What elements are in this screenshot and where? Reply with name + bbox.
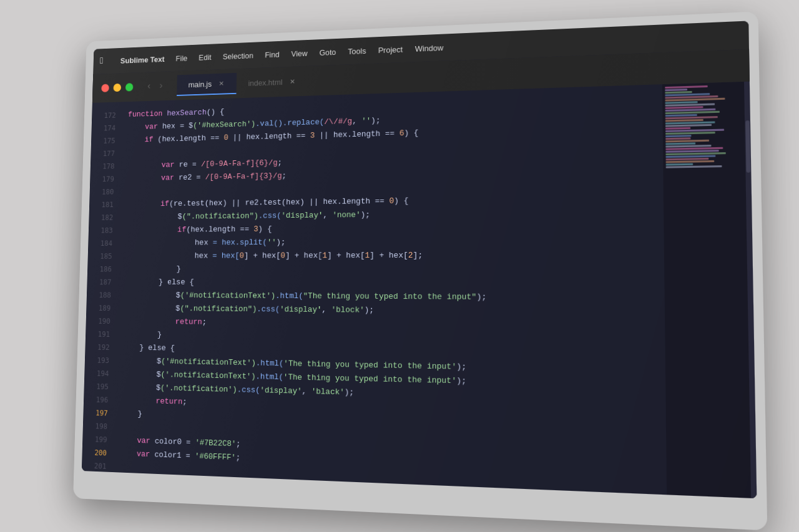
line-number-201: 201 [82,458,114,473]
line-number-196: 196 [84,392,116,407]
line-number-195: 195 [84,379,116,393]
mini-line-202 [666,157,709,160]
mini-line-185 [665,114,697,116]
line-number-184: 184 [88,236,120,249]
tab-index-html[interactable]: index.html ✕ [237,70,308,94]
mini-line-172 [665,85,707,88]
mini-line-175 [665,90,692,93]
menu-window[interactable]: Window [409,42,449,53]
close-button[interactable] [101,84,109,92]
editor-area: 1721741751771781791801811821831841851861… [82,81,757,498]
line-number-175: 175 [91,134,123,148]
scroll-thumb[interactable] [745,120,750,173]
forward-arrow-icon[interactable]: › [156,80,166,91]
line-number-178: 178 [91,160,122,173]
line-number-200: 200 [82,445,114,460]
menu-find[interactable]: Find [259,49,285,59]
tab-main-js[interactable]: main.js ✕ [177,72,237,95]
maximize-button[interactable] [125,83,134,91]
tab-main-js-label: main.js [189,79,212,89]
tab-main-js-close[interactable]: ✕ [217,79,225,87]
mini-line-194 [665,137,690,140]
line-number-198: 198 [83,419,115,433]
code-line-184: hex = hex.split(''); [124,233,664,249]
minimize-button[interactable] [113,83,121,91]
line-number-190: 190 [86,314,118,327]
line-number-199: 199 [82,432,115,447]
menu-view[interactable]: View [285,48,313,58]
line-number-192: 192 [85,341,117,354]
line-number-180: 180 [89,185,122,198]
menu-goto[interactable]: Goto [313,47,342,57]
code-line-186: } [124,262,664,276]
line-number-202: 202 [82,472,114,486]
line-number-185: 185 [87,249,120,263]
mini-line-196 [665,142,695,145]
line-number-197: 197 [83,406,115,420]
line-number-189: 189 [86,301,119,314]
line-number-187: 187 [87,276,119,289]
line-number-172: 172 [92,109,124,122]
screen:  Sublime Text File Edit Selection Find … [82,21,757,498]
line-number-174: 174 [91,121,123,135]
minimap-lines [662,81,746,171]
line-number-188: 188 [87,288,119,301]
menu-selection[interactable]: Selection [217,51,259,61]
laptop-frame:  Sublime Text File Edit Selection Find … [73,11,767,530]
line-number-203: 203 [82,485,114,498]
tab-index-html-close[interactable]: ✕ [288,77,297,85]
menu-project[interactable]: Project [372,44,409,55]
line-number-177: 177 [91,147,122,160]
mini-line-193 [665,135,691,137]
apple-logo-icon:  [100,56,105,66]
line-number-182: 182 [89,211,121,224]
minimap [662,81,751,498]
code-content[interactable]: function hexSearch() { var hex = $('#hex… [114,84,667,495]
line-number-181: 181 [89,198,122,211]
line-number-191: 191 [86,327,118,341]
line-number-194: 194 [84,366,117,380]
menu-sublime-text[interactable]: Sublime Text [115,54,170,64]
menu-tools[interactable]: Tools [342,46,372,56]
mini-line-174 [665,89,687,91]
tab-index-html-label: index.html [248,77,282,87]
back-arrow-icon[interactable]: ‹ [144,81,154,92]
menu-edit[interactable]: Edit [193,52,217,62]
code-line-185: hex = hex[0] + hex[0] + hex[1] + hex[1] … [124,248,664,263]
mini-line-190 [665,127,690,129]
line-number-179: 179 [90,172,122,185]
line-number-183: 183 [89,224,121,237]
mini-line-204 [666,163,694,165]
menu-file[interactable]: File [170,53,193,62]
traffic-lights [101,83,133,92]
line-number-186: 186 [87,263,120,276]
line-number-193: 193 [85,353,117,367]
nav-arrows: ‹ › [144,80,166,92]
